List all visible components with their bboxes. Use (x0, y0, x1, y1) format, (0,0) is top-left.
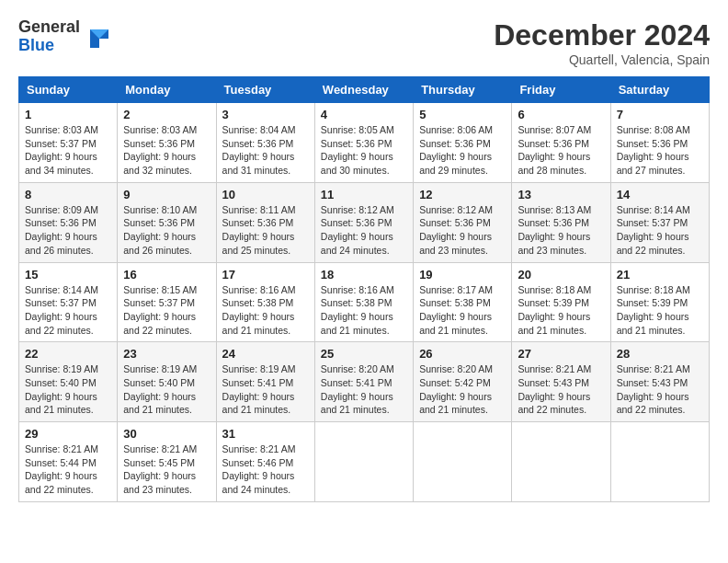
day-number: 7 (617, 108, 703, 121)
day-info: Sunrise: 8:14 AM Sunset: 5:37 PM Dayligh… (25, 283, 111, 338)
day-info: Sunrise: 8:09 AM Sunset: 5:36 PM Dayligh… (25, 203, 111, 258)
day-info: Sunrise: 8:15 AM Sunset: 5:37 PM Dayligh… (123, 283, 210, 338)
calendar-cell: 28Sunrise: 8:21 AM Sunset: 5:43 PM Dayli… (610, 342, 709, 422)
calendar-table: SundayMondayTuesdayWednesdayThursdayFrid… (18, 76, 710, 502)
day-info: Sunrise: 8:17 AM Sunset: 5:38 PM Dayligh… (419, 283, 506, 338)
day-number: 19 (419, 268, 506, 282)
calendar-week-1: 1Sunrise: 8:03 AM Sunset: 5:37 PM Daylig… (19, 103, 710, 183)
day-number: 11 (321, 188, 407, 201)
location-subtitle: Quartell, Valencia, Spain (494, 52, 710, 67)
day-info: Sunrise: 8:21 AM Sunset: 5:43 PM Dayligh… (518, 362, 604, 417)
calendar-cell: 27Sunrise: 8:21 AM Sunset: 5:43 PM Dayli… (512, 342, 610, 422)
calendar-cell: 9Sunrise: 8:10 AM Sunset: 5:36 PM Daylig… (118, 182, 216, 262)
day-number: 22 (25, 347, 111, 361)
month-title: December 2024 (494, 18, 710, 52)
calendar-cell (414, 422, 512, 502)
calendar-cell: 3Sunrise: 8:04 AM Sunset: 5:36 PM Daylig… (216, 103, 314, 183)
day-info: Sunrise: 8:21 AM Sunset: 5:43 PM Dayligh… (617, 362, 703, 417)
day-info: Sunrise: 8:13 AM Sunset: 5:36 PM Dayligh… (518, 203, 604, 258)
weekday-header-row: SundayMondayTuesdayWednesdayThursdayFrid… (19, 77, 710, 103)
calendar-cell: 23Sunrise: 8:19 AM Sunset: 5:40 PM Dayli… (118, 342, 216, 422)
calendar-cell: 15Sunrise: 8:14 AM Sunset: 5:37 PM Dayli… (19, 262, 118, 342)
calendar-cell: 8Sunrise: 8:09 AM Sunset: 5:36 PM Daylig… (19, 182, 118, 262)
day-number: 4 (321, 108, 407, 121)
day-number: 25 (321, 347, 407, 361)
day-number: 30 (123, 427, 210, 441)
day-info: Sunrise: 8:07 AM Sunset: 5:36 PM Dayligh… (518, 123, 604, 178)
calendar-cell: 4Sunrise: 8:05 AM Sunset: 5:36 PM Daylig… (314, 103, 413, 183)
calendar-week-4: 22Sunrise: 8:19 AM Sunset: 5:40 PM Dayli… (19, 342, 710, 422)
day-info: Sunrise: 8:19 AM Sunset: 5:41 PM Dayligh… (222, 362, 309, 417)
day-info: Sunrise: 8:03 AM Sunset: 5:37 PM Dayligh… (25, 123, 111, 178)
calendar-cell: 5Sunrise: 8:06 AM Sunset: 5:36 PM Daylig… (414, 103, 512, 183)
day-number: 26 (419, 347, 506, 361)
day-number: 8 (25, 188, 111, 201)
day-number: 10 (222, 188, 309, 201)
day-number: 27 (518, 347, 604, 361)
logo-icon (83, 22, 112, 52)
day-number: 3 (222, 108, 309, 121)
calendar-cell: 16Sunrise: 8:15 AM Sunset: 5:37 PM Dayli… (118, 262, 216, 342)
day-number: 29 (25, 427, 111, 441)
day-info: Sunrise: 8:03 AM Sunset: 5:36 PM Dayligh… (123, 123, 210, 178)
page-header: General Blue December 2024 Quartell, Val… (18, 18, 710, 67)
calendar-cell: 6Sunrise: 8:07 AM Sunset: 5:36 PM Daylig… (512, 103, 610, 183)
calendar-cell: 11Sunrise: 8:12 AM Sunset: 5:36 PM Dayli… (314, 182, 413, 262)
day-info: Sunrise: 8:04 AM Sunset: 5:36 PM Dayligh… (222, 123, 309, 178)
day-number: 23 (123, 347, 210, 361)
calendar-cell: 17Sunrise: 8:16 AM Sunset: 5:38 PM Dayli… (216, 262, 314, 342)
day-number: 31 (222, 427, 309, 441)
day-info: Sunrise: 8:19 AM Sunset: 5:40 PM Dayligh… (25, 362, 111, 417)
day-number: 5 (419, 108, 506, 121)
day-info: Sunrise: 8:21 AM Sunset: 5:45 PM Dayligh… (123, 442, 210, 497)
day-info: Sunrise: 8:19 AM Sunset: 5:40 PM Dayligh… (123, 362, 210, 417)
day-number: 6 (518, 108, 604, 121)
weekday-header-tuesday: Tuesday (216, 77, 314, 103)
calendar-cell: 14Sunrise: 8:14 AM Sunset: 5:37 PM Dayli… (610, 182, 709, 262)
day-number: 20 (518, 268, 604, 282)
day-number: 15 (25, 268, 111, 282)
day-info: Sunrise: 8:12 AM Sunset: 5:36 PM Dayligh… (321, 203, 407, 258)
calendar-week-3: 15Sunrise: 8:14 AM Sunset: 5:37 PM Dayli… (19, 262, 710, 342)
day-number: 18 (321, 268, 407, 282)
day-number: 16 (123, 268, 210, 282)
day-number: 13 (518, 188, 604, 201)
calendar-cell (512, 422, 610, 502)
weekday-header-wednesday: Wednesday (314, 77, 413, 103)
calendar-cell (610, 422, 709, 502)
calendar-cell: 12Sunrise: 8:12 AM Sunset: 5:36 PM Dayli… (414, 182, 512, 262)
day-info: Sunrise: 8:06 AM Sunset: 5:36 PM Dayligh… (419, 123, 506, 178)
day-info: Sunrise: 8:21 AM Sunset: 5:44 PM Dayligh… (25, 442, 111, 497)
calendar-cell: 10Sunrise: 8:11 AM Sunset: 5:36 PM Dayli… (216, 182, 314, 262)
weekday-header-monday: Monday (118, 77, 216, 103)
calendar-cell: 19Sunrise: 8:17 AM Sunset: 5:38 PM Dayli… (414, 262, 512, 342)
calendar-cell: 25Sunrise: 8:20 AM Sunset: 5:41 PM Dayli… (314, 342, 413, 422)
logo: General Blue (18, 18, 112, 55)
day-number: 1 (25, 108, 111, 121)
day-number: 14 (617, 188, 703, 201)
calendar-cell: 2Sunrise: 8:03 AM Sunset: 5:36 PM Daylig… (118, 103, 216, 183)
day-info: Sunrise: 8:18 AM Sunset: 5:39 PM Dayligh… (617, 283, 703, 338)
day-info: Sunrise: 8:12 AM Sunset: 5:36 PM Dayligh… (419, 203, 506, 258)
day-number: 28 (617, 347, 703, 361)
calendar-cell: 21Sunrise: 8:18 AM Sunset: 5:39 PM Dayli… (610, 262, 709, 342)
day-info: Sunrise: 8:11 AM Sunset: 5:36 PM Dayligh… (222, 203, 309, 258)
day-info: Sunrise: 8:16 AM Sunset: 5:38 PM Dayligh… (321, 283, 407, 338)
calendar-cell: 30Sunrise: 8:21 AM Sunset: 5:45 PM Dayli… (118, 422, 216, 502)
calendar-cell: 18Sunrise: 8:16 AM Sunset: 5:38 PM Dayli… (314, 262, 413, 342)
day-info: Sunrise: 8:05 AM Sunset: 5:36 PM Dayligh… (321, 123, 407, 178)
day-number: 12 (419, 188, 506, 201)
calendar-cell: 22Sunrise: 8:19 AM Sunset: 5:40 PM Dayli… (19, 342, 118, 422)
calendar-cell: 24Sunrise: 8:19 AM Sunset: 5:41 PM Dayli… (216, 342, 314, 422)
title-block: December 2024 Quartell, Valencia, Spain (494, 18, 710, 67)
day-number: 17 (222, 268, 309, 282)
calendar-cell: 20Sunrise: 8:18 AM Sunset: 5:39 PM Dayli… (512, 262, 610, 342)
day-info: Sunrise: 8:10 AM Sunset: 5:36 PM Dayligh… (123, 203, 210, 258)
day-info: Sunrise: 8:21 AM Sunset: 5:46 PM Dayligh… (222, 442, 309, 497)
calendar-cell: 7Sunrise: 8:08 AM Sunset: 5:36 PM Daylig… (610, 103, 709, 183)
day-number: 2 (123, 108, 210, 121)
weekday-header-saturday: Saturday (610, 77, 709, 103)
day-info: Sunrise: 8:16 AM Sunset: 5:38 PM Dayligh… (222, 283, 309, 338)
day-info: Sunrise: 8:08 AM Sunset: 5:36 PM Dayligh… (617, 123, 703, 178)
day-number: 9 (123, 188, 210, 201)
